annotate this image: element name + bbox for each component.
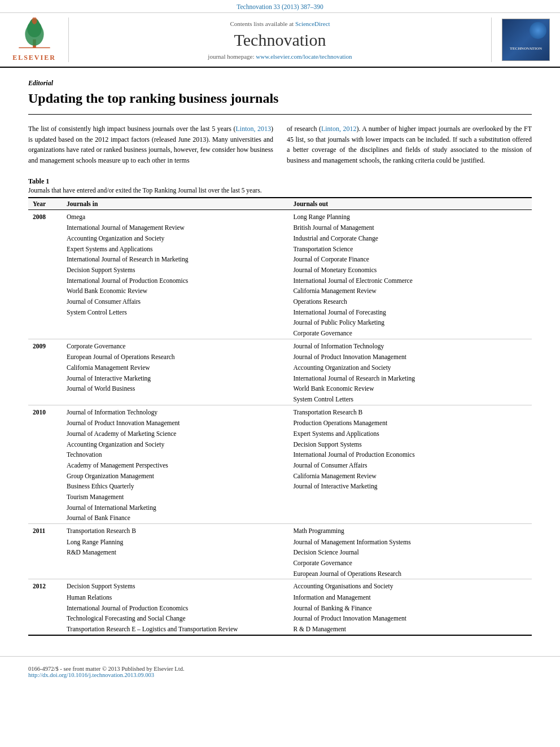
journal-in-cell: Long Range Planning xyxy=(62,537,288,548)
table-row: System Control LettersInternational Jour… xyxy=(28,307,532,318)
journal-in-cell: Journal of Consumer Affairs xyxy=(62,296,288,307)
table-row: Journal of Product Innovation Management… xyxy=(28,418,532,429)
journal-title-center: Contents lists available at ScienceDirec… xyxy=(76,18,484,62)
journal-out-cell: International Journal of Research in Mar… xyxy=(288,373,532,384)
journal-out-cell: Journal of Public Policy Marketing xyxy=(288,317,532,328)
sciencedirect-link[interactable]: ScienceDirect xyxy=(295,20,330,27)
table-row: Journal of Consumer AffairsOperations Re… xyxy=(28,296,532,307)
journal-out-cell: Expert Systems and Applications xyxy=(288,429,532,439)
journal-out-cell: Journal of Management Information System… xyxy=(288,537,532,548)
doi-link[interactable]: http://dx.doi.org/10.1016/j.technovation… xyxy=(28,672,532,678)
journal-out-cell: California Management Review xyxy=(288,286,532,296)
table-row: Transportation Research E – Logistics an… xyxy=(28,624,532,635)
table-row: Tourism Management xyxy=(28,492,532,503)
journal-in-cell: Technovation xyxy=(62,449,288,460)
journal-out-cell xyxy=(288,492,532,503)
table-row: R&D ManagementDecision Science Journal xyxy=(28,547,532,558)
table-row: Corporate Governance xyxy=(28,558,532,569)
table-caption: Journals that have entered and/or exited… xyxy=(28,187,532,194)
journal-in-cell: Tourism Management xyxy=(62,492,288,503)
table-row: Group Organization ManagementCalifornia … xyxy=(28,471,532,482)
journal-in-cell: Journal of Product Innovation Management xyxy=(62,418,288,429)
journal-out-cell: Journal of Information Technology xyxy=(288,339,532,352)
journal-out-cell: Journal of Interactive Marketing xyxy=(288,481,532,492)
journal-out-cell: Information and Management xyxy=(288,592,532,603)
journal-in-cell: Omega xyxy=(62,209,288,222)
table-row: Expert Systems and ApplicationsTransport… xyxy=(28,244,532,255)
left-column: The list of consistently high impact bus… xyxy=(28,124,273,165)
journal-out-cell: International Journal of Electronic Comm… xyxy=(288,276,532,286)
journal-in-cell: Corporate Governance xyxy=(62,339,288,352)
journal-out-cell: Transportation Research B xyxy=(288,405,532,418)
year-cell: 2008 xyxy=(28,209,62,339)
doi-url[interactable]: http://dx.doi.org/10.1016/j.technovation… xyxy=(28,672,154,678)
table-header-row: Year Journals in Journals out xyxy=(28,198,532,210)
table-row: 2012Decision Support SystemsAccounting O… xyxy=(28,579,532,592)
journal-out-cell: British Journal of Management xyxy=(288,222,532,233)
journal-out-cell: Corporate Governance xyxy=(288,558,532,569)
table-row: International Journal of Research in Mar… xyxy=(28,254,532,265)
table-row: 2008OmegaLong Range Planning xyxy=(28,209,532,222)
journal-in-cell: Business Ethics Quarterly xyxy=(62,481,288,492)
main-content: Editorial Updating the top ranking busin… xyxy=(0,68,560,647)
table-row: Technological Forecasting and Social Cha… xyxy=(28,613,532,624)
journal-out-cell: European Journal of Operations Research xyxy=(288,569,532,579)
journal-out-cell: System Control Letters xyxy=(288,394,532,405)
year-cell: 2009 xyxy=(28,339,62,405)
journal-out-cell: International Journal of Production Econ… xyxy=(288,449,532,460)
linton-2012-link[interactable]: Linton, 2012 xyxy=(321,125,356,133)
journal-in-cell: Technological Forecasting and Social Cha… xyxy=(62,613,288,624)
journal-out-cell: Journal of Banking & Finance xyxy=(288,603,532,614)
journal-in-cell: International Journal of Research in Mar… xyxy=(62,254,288,265)
page-footer: 0166-4972/$ - see front matter © 2013 Pu… xyxy=(0,656,560,684)
journal-out-cell: Journal of Product Innovation Management xyxy=(288,613,532,624)
journal-out-cell: Math Programming xyxy=(288,524,532,537)
title-divider xyxy=(28,114,532,115)
technovation-logo-box: TECHNOVATION xyxy=(491,18,553,62)
journal-in-cell: Group Organization Management xyxy=(62,471,288,482)
journal-in-cell: European Journal of Operations Research xyxy=(62,352,288,362)
linton-2013-link[interactable]: Linton, 2013 xyxy=(236,125,272,133)
journal-in-cell: Human Relations xyxy=(62,592,288,603)
journal-in-cell: California Management Review xyxy=(62,362,288,373)
year-cell: 2011 xyxy=(28,524,62,579)
journal-in-cell: Accounting Organization and Society xyxy=(62,233,288,244)
citation-text: Technovation 33 (2013) 387–390 xyxy=(237,3,323,10)
journal-out-cell xyxy=(288,503,532,513)
table-row: Accounting Organization and SocietyDecis… xyxy=(28,439,532,450)
tech-logo-image: TECHNOVATION xyxy=(502,19,550,61)
table-row: Human RelationsInformation and Managemen… xyxy=(28,592,532,603)
journal-name: Technovation xyxy=(234,30,326,50)
journal-in-cell: System Control Letters xyxy=(62,307,288,318)
homepage-url[interactable]: www.elsevier.com/locate/technovation xyxy=(256,53,352,60)
elsevier-logo: ELSEVIER xyxy=(7,18,69,62)
journal-in-cell: International Journal of Management Revi… xyxy=(62,222,288,233)
journal-out-cell xyxy=(288,513,532,523)
citation-bar: Technovation 33 (2013) 387–390 xyxy=(0,0,560,13)
journal-in-cell: Journal of International Marketing xyxy=(62,503,288,513)
journal-in-cell: Journal of Bank Finance xyxy=(62,513,288,523)
table-row: Journal of Public Policy Marketing xyxy=(28,317,532,328)
journal-out-cell: Long Range Planning xyxy=(288,209,532,222)
table-row: 2009Corporate GovernanceJournal of Infor… xyxy=(28,339,532,352)
journal-out-cell: Decision Science Journal xyxy=(288,547,532,558)
journal-out-cell: World Bank Economic Review xyxy=(288,383,532,394)
journal-in-cell: Journal of Information Technology xyxy=(62,405,288,418)
table-row: Journal of World BusinessWorld Bank Econ… xyxy=(28,383,532,394)
journal-out-cell: Accounting Organization and Society xyxy=(288,362,532,373)
table-row: TechnovationInternational Journal of Pro… xyxy=(28,449,532,460)
year-cell: 2010 xyxy=(28,405,62,523)
journal-out-cell: Journal of Product Innovation Management xyxy=(288,352,532,362)
table-row: World Bank Economic ReviewCalifornia Man… xyxy=(28,286,532,296)
table-row: Journal of International Marketing xyxy=(28,503,532,513)
table-row: System Control Letters xyxy=(28,394,532,405)
table-row: 2011Transportation Research BMath Progra… xyxy=(28,524,532,537)
table-row: Decision Support SystemsJournal of Monet… xyxy=(28,265,532,276)
journal-out-cell: Accounting Organisations and Society xyxy=(288,579,532,592)
journal-in-cell: International Journal of Production Econ… xyxy=(62,276,288,286)
journal-out-cell: Journal of Monetary Economics xyxy=(288,265,532,276)
journal-in-cell: R&D Management xyxy=(62,547,288,558)
journals-table: Year Journals in Journals out 2008OmegaL… xyxy=(28,197,532,635)
year-cell: 2012 xyxy=(28,579,62,635)
header-journals-out: Journals out xyxy=(288,198,532,210)
